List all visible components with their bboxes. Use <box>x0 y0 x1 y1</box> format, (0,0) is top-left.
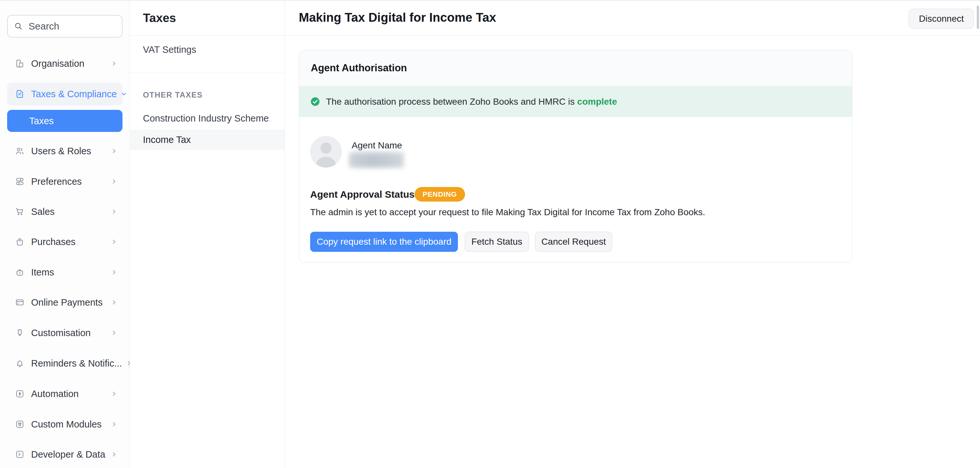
chevron-right-icon <box>111 269 117 275</box>
settings-sidebar: Organisation Taxes & Compliance Taxes <box>0 1 130 468</box>
terminal-icon <box>15 449 25 459</box>
cancel-request-button[interactable]: Cancel Request <box>535 232 612 252</box>
chevron-right-icon <box>111 299 117 306</box>
scrollbar-thumb[interactable] <box>977 5 979 29</box>
sidebar-item-sales[interactable]: Sales <box>7 201 123 222</box>
sidebar-item-label: Online Payments <box>31 297 103 308</box>
sidebar-item-custom-modules[interactable]: Custom Modules <box>7 414 123 435</box>
sidebar-item-label: Items <box>31 267 54 278</box>
chevron-right-icon <box>111 239 117 245</box>
disconnect-button[interactable]: Disconnect <box>909 9 974 29</box>
taxes-panel-header: Taxes <box>130 1 285 36</box>
sidebar-item-label: Preferences <box>31 176 82 187</box>
sidebar-item-label: Taxes <box>29 116 54 126</box>
card-header: Agent Authorisation <box>299 50 852 86</box>
chevron-right-icon <box>111 390 117 397</box>
fetch-status-button[interactable]: Fetch Status <box>465 232 529 252</box>
page-title: Making Tax Digital for Income Tax <box>299 11 496 25</box>
sidebar-item-organisation[interactable]: Organisation <box>7 53 123 74</box>
avatar <box>310 136 342 167</box>
sidebar-item-label: Organisation <box>31 58 84 69</box>
search-box[interactable] <box>7 15 123 38</box>
main-content: Making Tax Digital for Income Tax Discon… <box>285 1 980 468</box>
chevron-right-icon <box>111 148 117 154</box>
panel-item-label: VAT Settings <box>143 45 196 55</box>
sidebar-item-reminders-notifications[interactable]: Reminders & Notific... <box>7 353 123 374</box>
sidebar-item-label: Developer & Data <box>31 449 105 460</box>
sidebar-item-automation[interactable]: Automation <box>7 384 123 404</box>
shopping-bag-icon <box>15 237 25 247</box>
cart-icon <box>15 207 25 216</box>
banner-highlight: complete <box>577 97 617 107</box>
search-icon <box>14 21 23 31</box>
success-banner: The authorisation process between Zoho B… <box>299 86 852 117</box>
copy-request-link-button[interactable]: Copy request link to the clipboard <box>310 232 458 252</box>
chevron-right-icon <box>111 451 117 458</box>
sidebar-item-items[interactable]: Items <box>7 262 123 283</box>
sidebar-item-label: Sales <box>31 207 55 217</box>
chevron-right-icon <box>111 178 117 185</box>
panel-item-label: Income Tax <box>143 134 191 145</box>
sidebar-item-label: Users & Roles <box>31 146 91 156</box>
panel-title: Taxes <box>143 11 176 25</box>
panel-item-income-tax[interactable]: Income Tax <box>130 130 285 150</box>
taxes-compliance-icon <box>15 89 25 99</box>
sidebar-item-label: Taxes & Compliance <box>31 89 117 100</box>
chevron-right-icon <box>111 60 117 67</box>
taxes-panel: Taxes VAT Settings OTHER TAXES Construct… <box>130 1 285 468</box>
sidebar-item-purchases[interactable]: Purchases <box>7 231 123 252</box>
panel-item-construction-industry-scheme[interactable]: Construction Industry Scheme <box>130 108 285 129</box>
sidebar-item-label: Automation <box>31 388 79 399</box>
agent-name-label: Agent Name <box>352 140 402 151</box>
window-top-edge <box>0 0 980 1</box>
chevron-right-icon <box>111 209 117 215</box>
agent-authorisation-card: Agent Authorisation The authorisation pr… <box>299 50 852 263</box>
sidebar-item-online-payments[interactable]: Online Payments <box>7 292 123 313</box>
sidebar-item-label: Custom Modules <box>31 419 102 430</box>
sidebar-item-developer-data[interactable]: Developer & Data <box>7 444 123 465</box>
chevron-right-icon <box>111 330 117 336</box>
sidebar-item-label: Customisation <box>31 328 91 338</box>
toggles-icon <box>15 177 25 186</box>
banner-text: The authorisation process between Zoho B… <box>326 97 617 107</box>
card-title: Agent Authorisation <box>311 62 407 74</box>
chevron-right-icon <box>111 421 117 428</box>
panel-item-vat-settings[interactable]: VAT Settings <box>130 36 285 73</box>
users-icon <box>15 146 25 156</box>
approval-status-label: Agent Approval Status <box>310 189 415 200</box>
approval-description: The admin is yet to accept your request … <box>310 207 705 218</box>
bell-icon <box>15 358 25 368</box>
credit-card-icon <box>15 298 25 307</box>
sidebar-item-taxes-compliance[interactable]: Taxes & Compliance <box>7 83 123 105</box>
basket-minus-icon <box>15 267 25 277</box>
agent-name-redacted <box>349 151 404 168</box>
panel-item-label: Construction Industry Scheme <box>143 113 269 124</box>
sidebar-item-users-roles[interactable]: Users & Roles <box>7 141 123 161</box>
sidebar-item-taxes[interactable]: Taxes <box>7 110 123 132</box>
customisation-icon <box>15 328 25 338</box>
sidebar-item-preferences[interactable]: Preferences <box>7 171 123 192</box>
chevron-down-icon <box>121 91 127 97</box>
organisation-icon <box>15 59 25 68</box>
wrench-icon <box>15 419 25 429</box>
sidebar-item-label: Purchases <box>31 237 75 247</box>
sidebar-item-label: Reminders & Notific... <box>31 358 122 369</box>
pending-badge: PENDING <box>415 187 465 202</box>
search-input[interactable] <box>29 21 106 32</box>
main-header: Making Tax Digital for Income Tax Discon… <box>285 1 980 36</box>
sidebar-item-customisation[interactable]: Customisation <box>7 323 123 343</box>
other-taxes-section-label: OTHER TAXES <box>143 91 202 100</box>
check-circle-icon <box>310 97 320 107</box>
lightning-icon <box>15 389 25 399</box>
banner-message: The authorisation process between Zoho B… <box>326 97 574 107</box>
